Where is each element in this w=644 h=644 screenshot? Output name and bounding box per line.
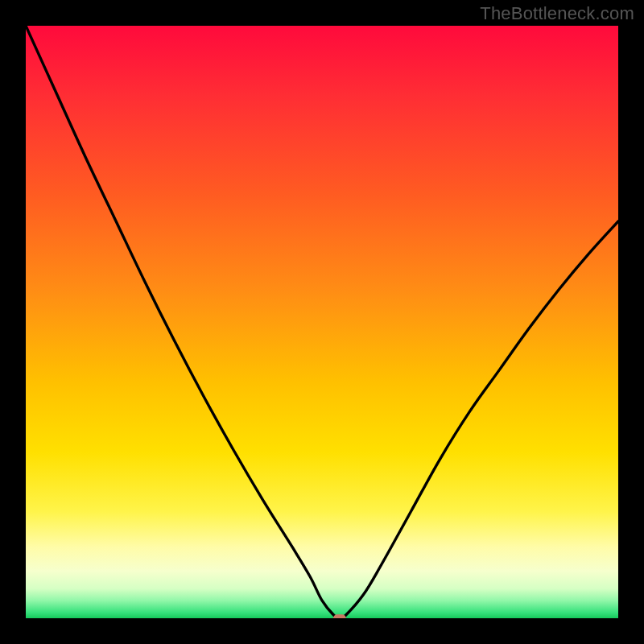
chart-frame: TheBottleneck.com bbox=[0, 0, 644, 644]
line-series bbox=[26, 26, 618, 618]
watermark-text: TheBottleneck.com bbox=[480, 3, 634, 24]
plot-area bbox=[26, 26, 618, 618]
marker-dot bbox=[333, 614, 346, 618]
